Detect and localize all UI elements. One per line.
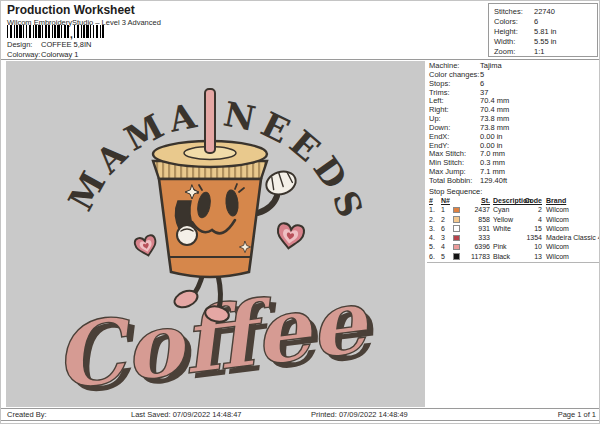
colorway-row: Colorway:Colorway 1 (7, 50, 79, 59)
colorway-value: Colorway 1 (41, 50, 79, 59)
table-row: 2.2858Yellow4Wilcom (429, 215, 600, 224)
cup-body (159, 179, 261, 277)
printed-text: Printed: 07/09/2022 14:48:49 (311, 410, 408, 419)
right-arm (258, 196, 277, 213)
table-row: 6.511783Black13Wilcom (429, 252, 600, 261)
machine-row: Stops:6 (429, 80, 599, 89)
design-name-row: Design:COFFEE 5,8IN (7, 40, 91, 49)
stat-stitches: Stitches:22740 (494, 7, 597, 17)
right-leg (218, 275, 220, 309)
machine-row: EndX:0.00 in (429, 133, 599, 142)
stat-height: Height:5.81 in (494, 27, 597, 37)
table-row: 1.12437Cyan2Wilcom (429, 205, 600, 214)
footer-divider-top (1, 408, 600, 409)
design-barcode: , (7, 25, 105, 38)
table-row: 5.46396Pink10Wilcom (429, 242, 600, 251)
last-saved-text: Last Saved: 07/09/2022 14:48:47 (131, 410, 242, 419)
page-number: Page 1 of 1 (558, 410, 596, 419)
thread-color-swatch (453, 244, 460, 251)
barcode-segment (74, 25, 105, 38)
stop-sequence-divider (427, 262, 599, 263)
barcode-segment (7, 25, 69, 38)
machine-row: Total Bobbin:129.40ft (429, 177, 599, 186)
stat-zoom: Zoom:1:1 (494, 47, 597, 57)
colorway-label: Colorway: (7, 50, 41, 59)
thread-color-swatch (453, 216, 460, 223)
machine-row: Trims:37 (429, 89, 599, 98)
machine-row: Up:73.8 mm (429, 115, 599, 124)
table-row: 4.33331354Madeira Classic 40 (429, 233, 600, 242)
production-worksheet-page: Production Worksheet Wilcom EmbroiderySt… (0, 0, 600, 424)
machine-info-panel: Machine:Tajima Color changes:5 Stops:6 T… (429, 62, 599, 186)
page-title: Production Worksheet (7, 3, 135, 17)
left-glove-fist (177, 225, 197, 245)
heart-left-icon (134, 234, 159, 258)
machine-row: Down:73.8 mm (429, 124, 599, 133)
script-word: Coffee Coffee (48, 267, 381, 407)
created-by-label: Created By: (7, 410, 47, 419)
thread-color-swatch (453, 225, 460, 232)
stop-sequence-header: # N# St. Description Code Brand (429, 196, 600, 205)
machine-row: Left:70.4 mm (429, 97, 599, 106)
stat-colors: Colors:6 (494, 17, 597, 27)
machine-row: Right:70.4 mm (429, 106, 599, 115)
machine-row: Color changes:5 (429, 71, 599, 80)
stat-width: Width:5.55 in (494, 37, 597, 47)
straw (205, 89, 215, 153)
thread-color-swatch (453, 235, 460, 242)
stop-sequence-table: # N# St. Description Code Brand 1.12437C… (429, 196, 600, 261)
stats-box: Stitches:22740 Colors:6 Height:5.81 in W… (488, 3, 598, 57)
design-label: Design: (7, 40, 41, 49)
script-word-text: Coffee (48, 268, 375, 407)
stop-sequence-title: Stop Sequence: (429, 187, 482, 196)
footer-divider-bottom (1, 420, 600, 421)
heart-right-icon (276, 223, 305, 251)
header-divider (1, 59, 600, 60)
right-glove (263, 168, 298, 198)
embroidery-design: MAMA NEEDS Coffee Coffee (6, 61, 425, 407)
design-value: COFFEE 5,8IN (41, 40, 91, 49)
design-canvas: MAMA NEEDS Coffee Coffee (6, 61, 425, 407)
thread-color-swatch (453, 207, 460, 214)
thread-color-swatch (453, 253, 460, 260)
table-row: 3.6931White15Wilcom (429, 224, 600, 233)
